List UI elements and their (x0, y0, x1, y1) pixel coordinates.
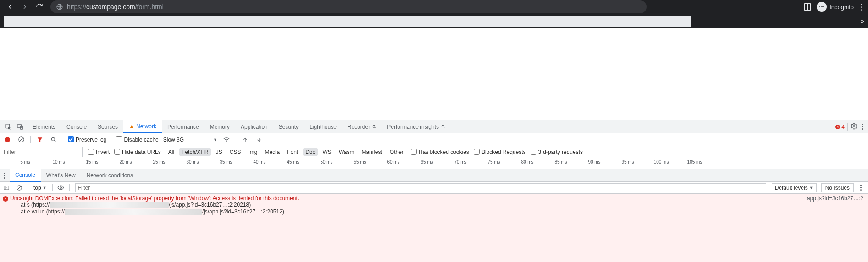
preserve-log-checkbox[interactable]: Preserve log (68, 136, 106, 143)
filter-type-img[interactable]: Img (245, 148, 260, 156)
drawer-tab-console[interactable]: Console (10, 169, 41, 182)
filter-type-media[interactable]: Media (262, 148, 282, 156)
drawer-menu-button[interactable] (2, 171, 7, 180)
tab-console[interactable]: Console (61, 120, 92, 133)
filter-type-wasm[interactable]: Wasm (336, 148, 357, 156)
svg-point-4 (853, 125, 855, 127)
filter-type-manifest[interactable]: Manifest (359, 148, 385, 156)
tab-performance-insights[interactable]: Performance insights⚗ (381, 120, 450, 133)
experiment-icon: ⚗ (441, 124, 445, 129)
page-content (0, 28, 868, 120)
overflow-icon[interactable]: » (861, 17, 864, 25)
divider (52, 184, 53, 191)
back-button[interactable] (4, 0, 17, 13)
error-icon: × (3, 196, 8, 202)
disable-cache-checkbox[interactable]: Disable cache (116, 136, 158, 143)
invert-checkbox[interactable]: Invert (88, 149, 110, 155)
filter-type-css[interactable]: CSS (227, 148, 244, 156)
filter-toggle-icon[interactable] (35, 135, 44, 144)
log-levels-dropdown[interactable]: Default levels▼ (772, 183, 817, 192)
ruler-tick: 5 ms (20, 159, 30, 164)
tab-lighthouse[interactable]: Lighthouse (304, 120, 342, 133)
source-link[interactable]: app.js?id=3c16b27…:2 (807, 195, 863, 202)
tab-memory[interactable]: Memory (205, 120, 235, 133)
search-button[interactable] (49, 135, 58, 144)
tab-security[interactable]: Security (273, 120, 304, 133)
hide-data-urls-checkbox[interactable]: Hide data URLs (114, 149, 161, 155)
devtools: ElementsConsoleSources▲NetworkPerformanc… (0, 120, 868, 262)
tab-elements[interactable]: Elements (27, 120, 61, 133)
filter-type-other[interactable]: Other (387, 148, 406, 156)
incognito-icon: ᵕᵕ (817, 2, 827, 12)
console-sidebar-toggle[interactable] (2, 183, 11, 192)
filter-type-doc[interactable]: Doc (303, 148, 318, 156)
console-controls: top▼ Default levels▼ No Issues (0, 182, 868, 194)
network-timeline-ruler[interactable]: 5 ms10 ms15 ms20 ms25 ms30 ms35 ms40 ms4… (0, 158, 868, 169)
ruler-tick: 75 ms (487, 159, 500, 164)
live-expression-button[interactable] (56, 183, 66, 192)
error-dot-icon: × (835, 125, 840, 129)
import-har-icon[interactable] (241, 135, 250, 144)
divider (847, 123, 848, 131)
filter-type-all[interactable]: All (166, 148, 177, 156)
ruler-tick: 100 ms (654, 159, 669, 164)
drawer-tab-network-conditions[interactable]: Network conditions (81, 169, 138, 182)
experiment-icon: ⚗ (372, 124, 376, 129)
console-clear-button[interactable] (15, 183, 24, 192)
devtools-menu-button[interactable] (860, 122, 865, 131)
context-selector[interactable]: top▼ (32, 184, 49, 191)
tab-network[interactable]: ▲Network (123, 120, 162, 133)
tab-performance[interactable]: Performance (162, 120, 205, 133)
ruler-tick: 55 ms (354, 159, 366, 164)
network-conditions-icon[interactable] (222, 135, 231, 144)
ruler-tick: 25 ms (153, 159, 165, 164)
issues-button[interactable]: No Issues (821, 183, 854, 192)
divider (236, 136, 236, 143)
network-filter-row: Invert Hide data URLs AllFetch/XHRJSCSSI… (0, 146, 868, 158)
tab-sources[interactable]: Sources (92, 120, 123, 133)
ruler-tick: 60 ms (387, 159, 399, 164)
throttling-dropdown[interactable]: Slow 3G▼ (163, 136, 217, 143)
browser-menu-button[interactable] (859, 2, 864, 12)
stack-trace: at s (https://x/js/app.js?id=3c16b27…:2:… (3, 202, 865, 215)
filter-type-font[interactable]: Font (284, 148, 301, 156)
error-counter[interactable]: ×4 (835, 124, 845, 130)
url-text: https://custompage.com/form.html (67, 3, 164, 11)
console-error-line: × Uncaught DOMException: Failed to read … (3, 195, 865, 202)
incognito-indicator: ᵕᵕ Incognito (817, 2, 854, 12)
filter-type-ws[interactable]: WS (320, 148, 334, 156)
reload-button[interactable] (33, 0, 46, 13)
third-party-checkbox[interactable]: 3rd-party requests (531, 149, 583, 155)
ruler-tick: 65 ms (420, 159, 433, 164)
network-controls: Preserve log Disable cache Slow 3G▼ (0, 133, 868, 146)
forward-button[interactable] (18, 0, 31, 13)
tab-application[interactable]: Application (235, 120, 273, 133)
blocked-cookies-checkbox[interactable]: Has blocked cookies (411, 149, 469, 155)
ruler-tick: 30 ms (186, 159, 199, 164)
drawer-tab-what-s-new[interactable]: What's New (41, 169, 81, 182)
divider (28, 184, 28, 191)
ruler-tick: 15 ms (86, 159, 98, 164)
address-bar[interactable]: https://custompage.com/form.html (50, 0, 647, 13)
side-panel-button[interactable] (804, 3, 811, 11)
console-output: × Uncaught DOMException: Failed to read … (0, 194, 868, 262)
blocked-requests-checkbox[interactable]: Blocked Requests (474, 149, 526, 155)
settings-button[interactable] (851, 123, 857, 131)
console-filter-input[interactable] (75, 183, 766, 192)
inspect-element-icon[interactable] (2, 120, 15, 133)
site-identity-icon (56, 3, 63, 11)
ruler-tick: 10 ms (52, 159, 65, 164)
record-button[interactable] (3, 135, 12, 144)
device-toggle-icon[interactable] (14, 120, 27, 133)
warning-icon: ▲ (129, 123, 134, 130)
ruler-tick: 70 ms (454, 159, 466, 164)
filter-type-js[interactable]: JS (213, 148, 225, 156)
tab-recorder[interactable]: Recorder⚗ (342, 120, 381, 133)
console-settings-button[interactable] (858, 183, 863, 192)
clear-button[interactable] (17, 135, 26, 144)
devtools-tabstrip: ElementsConsoleSources▲NetworkPerformanc… (0, 120, 868, 133)
filter-type-fetchxhr[interactable]: Fetch/XHR (179, 148, 211, 156)
network-filter-input[interactable] (1, 147, 83, 157)
export-har-icon[interactable] (254, 135, 264, 144)
browser-toolbar: https://custompage.com/form.html ᵕᵕ Inco… (0, 0, 868, 14)
